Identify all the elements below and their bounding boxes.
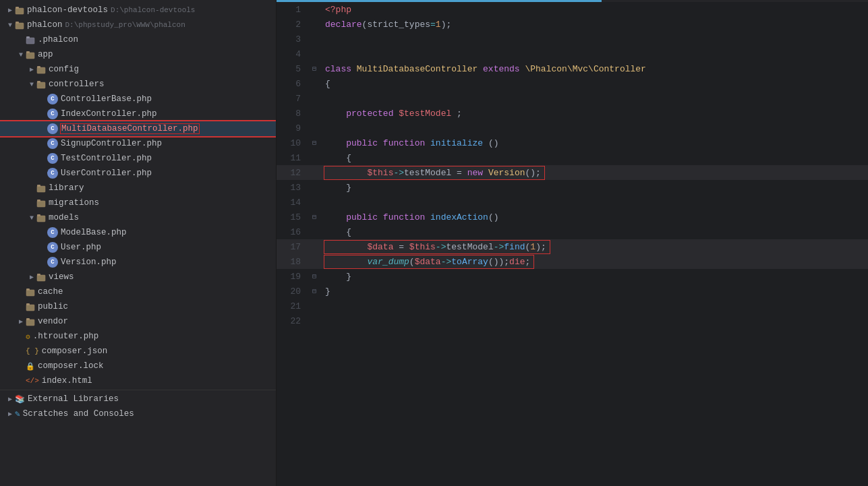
fold-marker[interactable]: ⊟ [309,135,320,150]
folder-icon [26,302,35,311]
svg-rect-5 [26,36,30,38]
sidebar-item-label: cache [38,287,63,297]
sidebar-item-signupcontroller[interactable]: C SignupController.php [0,136,276,151]
sidebar-item-user[interactable]: C User.php [0,240,276,255]
sidebar-item-migrations[interactable]: migrations [0,195,276,210]
arrow-icon [5,409,15,419]
fold-icon[interactable]: ⊟ [312,214,316,221]
svg-rect-12 [37,186,45,192]
fold-marker[interactable]: ⊟ [309,61,320,76]
line-number: 7 [277,91,309,106]
sidebar-item-phalcon[interactable]: phalcon D:\phpstudy_pro\WWW\phalcon [0,18,276,32]
sidebar-item-library[interactable]: library [0,181,276,195]
sidebar-item-usercontroller[interactable]: C UserController.php [0,166,276,181]
fold-icon[interactable]: ⊟ [312,288,316,295]
sidebar-item-label: controllers [49,80,105,89]
sidebar-item-composer-json[interactable]: { } composer.json [0,344,276,359]
sidebar-item-public[interactable]: public [0,299,276,314]
sidebar-item-views[interactable]: views [0,270,276,284]
sidebar-item-cache[interactable]: cache [0,284,276,299]
line-number: 12 [277,165,309,180]
sidebar-item-version[interactable]: C Version.php [0,255,276,270]
code-line-content[interactable]: protected $testModel ; [320,106,868,121]
code-line-content[interactable] [320,313,868,328]
sidebar-item-config[interactable]: config [0,62,276,77]
php-file-icon: C [47,242,58,253]
sidebar-item-testcontroller[interactable]: C TestController.php [0,151,276,166]
line-number: 15 [277,210,309,224]
code-line-content[interactable]: } [320,269,868,284]
code-row: 12 $this->testModel = new Version(); [277,165,868,180]
sidebar-item-modelbase[interactable]: C ModelBase.php [0,225,276,240]
code-line-content[interactable]: } [320,180,868,195]
sidebar-item-controllers[interactable]: controllers [0,77,276,92]
sidebar-item-label: IndexController.php [61,109,157,119]
line-number: 20 [277,284,309,299]
file-tree-sidebar[interactable]: phalcon-devtools D:\phalcon-devtools pha… [0,0,277,486]
sidebar-item-scratches[interactable]: ✎ Scratches and Consoles [0,406,276,421]
fold-marker[interactable]: ⊟ [309,210,320,224]
sidebar-item-models[interactable]: models [0,210,276,225]
fold-marker[interactable]: ⊟ [309,269,320,284]
fold-icon[interactable]: ⊟ [312,65,316,73]
sidebar-item-label: index.html [42,376,92,386]
sidebar-item-external-libraries[interactable]: 📚 External Libraries [0,392,276,406]
line-number: 13 [277,180,309,195]
svg-rect-8 [37,67,45,73]
code-line-content[interactable] [320,47,868,61]
code-line-content[interactable] [320,121,868,135]
code-line-content[interactable] [320,32,868,47]
code-line-content[interactable]: { [320,224,868,239]
fold-marker[interactable]: ⊟ [309,284,320,299]
sidebar-item-htrouter[interactable]: ⚙ .htrouter.php [0,329,276,344]
code-line-content[interactable]: public function indexAction() [320,210,868,224]
line-number: 2 [277,17,309,32]
code-row: 10⊟ public function initialize () [277,135,868,150]
code-line-content[interactable] [320,91,868,106]
fold-marker [309,2,320,17]
sidebar-item-multidatabasecontroller[interactable]: C MultiDatabaseController.php [0,121,276,136]
sidebar-item-label: Scratches and Consoles [23,409,134,419]
code-line-content[interactable] [320,299,868,313]
code-line-content[interactable]: { [320,150,868,165]
sidebar-item-phalcon-devtools[interactable]: phalcon-devtools D:\phalcon-devtools [0,3,276,18]
code-line-content[interactable]: declare(strict_types=1); [320,17,868,32]
code-line-content[interactable]: <?php [320,2,868,17]
folder-icon [15,5,24,15]
sidebar-item-controllerbase[interactable]: C ControllerBase.php [0,92,276,107]
sidebar-item-dotphalcon[interactable]: .phalcon [0,32,276,47]
sidebar-item-indexcontroller[interactable]: C IndexController.php [0,107,276,121]
sidebar-path-label: D:\phalcon-devtools [111,6,195,14]
sidebar-item-composer-lock[interactable]: 🔒 composer.lock [0,359,276,373]
code-line-content[interactable]: $this->testModel = new Version(); [320,165,868,180]
fold-marker [309,17,320,32]
folder-icon [26,287,35,297]
sidebar-item-vendor[interactable]: vendor [0,314,276,329]
sidebar-item-index-html[interactable]: </> index.html [0,373,276,388]
line-number: 14 [277,195,309,210]
code-line-content[interactable]: $data = $this->testModel->find(1); [320,239,868,254]
code-line-content[interactable] [320,195,868,210]
line-number: 4 [277,47,309,61]
arrow-icon [5,5,15,15]
sidebar-item-label: SignupController.php [61,139,162,148]
code-line-content[interactable]: public function initialize () [320,135,868,150]
boxed-code: var_dump($data->toArray());die; [325,256,533,268]
sidebar-item-label: ModelBase.php [61,228,127,237]
fold-icon[interactable]: ⊟ [312,140,316,147]
code-row: 15⊟ public function indexAction() [277,210,868,224]
svg-rect-24 [26,320,34,326]
code-line-content[interactable]: { [320,76,868,91]
folder-icon [36,65,46,74]
sidebar-item-label: MultiDatabaseController.php [61,124,199,133]
sidebar-item-app[interactable]: app [0,47,276,62]
code-editor[interactable]: 1<?php2declare(strict_types=1);3 4 5⊟cla… [277,0,868,486]
code-row: 6{ [277,76,868,91]
code-line-content[interactable]: var_dump($data->toArray());die; [320,254,868,269]
sidebar-item-label: phalcon-devtools [27,5,108,15]
code-line-content[interactable]: } [320,284,868,299]
code-line-content[interactable]: class MultiDatabaseController extends \P… [320,61,868,76]
fold-icon[interactable]: ⊟ [312,273,316,280]
svg-rect-22 [26,305,34,311]
folder-icon [36,272,46,282]
